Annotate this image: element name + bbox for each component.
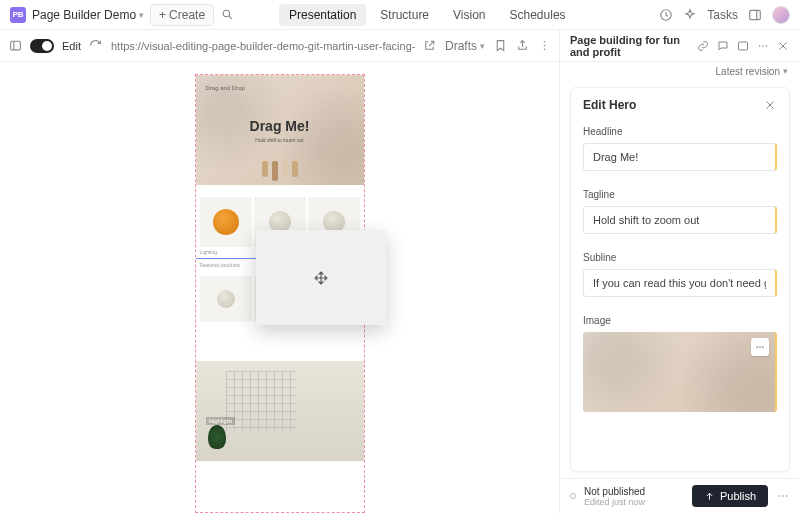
move-icon [314, 271, 328, 285]
create-button[interactable]: + Create [150, 4, 214, 26]
workspace-logo[interactable]: PB [10, 7, 26, 23]
tab-schedules[interactable]: Schedules [500, 4, 576, 26]
publish-label: Publish [720, 490, 756, 502]
workspace: Edit Drafts▾ Drag and Drop Drag Me! Hold… [0, 30, 800, 513]
tab-presentation[interactable]: Presentation [279, 4, 366, 26]
svg-point-18 [756, 346, 758, 348]
svg-rect-3 [750, 10, 761, 19]
svg-point-20 [762, 346, 764, 348]
close-icon[interactable] [763, 98, 777, 112]
wall-grid [226, 371, 296, 431]
headline-label: Headline [583, 126, 777, 137]
hero-subtitle: Hold shift to zoom out [255, 137, 303, 143]
svg-point-7 [543, 41, 545, 43]
user-avatar[interactable] [772, 6, 790, 24]
more-icon[interactable] [537, 39, 551, 53]
highlight-block[interactable]: Highlight [196, 361, 364, 461]
hero-block[interactable]: Drag and Drop Drag Me! Hold shift to zoo… [196, 75, 364, 185]
hero-tag: Drag and Drop [206, 85, 245, 91]
more-icon[interactable] [776, 489, 790, 503]
revision-label: Latest revision [716, 66, 780, 77]
inspector-pane: Page building for fun and profit Latest … [560, 30, 800, 513]
svg-point-0 [223, 10, 230, 17]
share-icon[interactable] [515, 39, 529, 53]
chevron-down-icon: ▾ [783, 66, 788, 77]
canvas[interactable]: Drag and Drop Drag Me! Hold shift to zoo… [0, 62, 559, 513]
tagline-label: Tagline [583, 189, 777, 200]
publish-icon [704, 491, 715, 502]
panel-left-icon[interactable] [8, 39, 22, 53]
svg-point-12 [762, 45, 764, 47]
edit-label: Edit [62, 40, 81, 52]
plant-graphic [208, 425, 226, 449]
more-icon[interactable] [756, 39, 770, 53]
drag-ghost[interactable] [256, 230, 386, 325]
svg-rect-5 [10, 41, 20, 50]
publish-bar: Not published Edited just now Publish [560, 478, 800, 513]
sparkle-icon[interactable] [683, 8, 697, 22]
revision-dropdown[interactable]: Latest revision ▾ [560, 62, 800, 81]
drafts-label: Drafts [445, 39, 477, 53]
sidebar-toggle-icon[interactable] [748, 8, 762, 22]
headline-input[interactable] [583, 143, 777, 171]
svg-point-11 [759, 45, 761, 47]
field-editor-panel: Edit Hero Headline Tagline Subline Image [570, 87, 790, 472]
svg-point-19 [759, 346, 761, 348]
chevron-down-icon: ▾ [139, 10, 144, 20]
svg-point-13 [766, 45, 768, 47]
project-name-label: Page Builder Demo [32, 8, 136, 22]
status-text-group: Not published Edited just now [584, 486, 645, 507]
image-bg [583, 332, 775, 412]
hero-title: Drag Me! [250, 118, 310, 134]
open-external-icon[interactable] [423, 39, 437, 53]
svg-rect-10 [739, 42, 748, 50]
panel-title: Edit Hero [583, 98, 636, 112]
tagline-input[interactable] [583, 206, 777, 234]
svg-point-22 [782, 495, 784, 497]
top-bar: PB Page Builder Demo ▾ + Create Presenta… [0, 0, 800, 30]
tab-structure[interactable]: Structure [370, 4, 439, 26]
drafts-dropdown[interactable]: Drafts▾ [445, 39, 485, 53]
topbar-right: Tasks [659, 6, 790, 24]
image-menu-button[interactable] [751, 338, 769, 356]
panel-icon[interactable] [736, 39, 750, 53]
edit-toggle[interactable] [30, 39, 54, 53]
plus-icon: + [159, 8, 166, 22]
subline-input[interactable] [583, 269, 777, 297]
nav-tabs: Presentation Structure Vision Schedules [279, 4, 576, 26]
svg-point-9 [543, 48, 545, 50]
chevron-down-icon: ▾ [480, 41, 485, 51]
comment-icon[interactable] [716, 39, 730, 53]
subline-label: Subline [583, 252, 777, 263]
tasks-link[interactable]: Tasks [707, 8, 738, 22]
publish-button[interactable]: Publish [692, 485, 768, 507]
bookmark-icon[interactable] [493, 39, 507, 53]
preview-pane: Edit Drafts▾ Drag and Drop Drag Me! Hold… [0, 30, 560, 513]
image-label: Image [583, 315, 777, 326]
svg-point-23 [786, 495, 788, 497]
url-bar: Edit Drafts▾ [0, 30, 559, 62]
create-label: Create [169, 8, 205, 22]
svg-point-21 [779, 495, 781, 497]
svg-point-8 [543, 45, 545, 47]
search-icon[interactable] [220, 8, 234, 22]
edited-label: Edited just now [584, 497, 645, 507]
url-input[interactable] [111, 40, 415, 52]
status-label: Not published [584, 486, 645, 497]
page-frame: Drag and Drop Drag Me! Hold shift to zoo… [195, 74, 365, 513]
inspector-header: Page building for fun and profit [560, 30, 800, 62]
status-indicator [570, 493, 576, 499]
svg-line-1 [229, 16, 232, 19]
link-icon[interactable] [696, 39, 710, 53]
hero-products [262, 161, 298, 181]
document-title: Page building for fun and profit [570, 34, 688, 58]
refresh-icon[interactable] [89, 39, 103, 53]
inspector-actions [696, 39, 790, 53]
highlight-label: Highlight [206, 417, 235, 425]
clock-icon[interactable] [659, 8, 673, 22]
close-icon[interactable] [776, 39, 790, 53]
image-preview[interactable] [583, 332, 777, 412]
project-switcher[interactable]: Page Builder Demo ▾ [32, 8, 144, 22]
tab-vision[interactable]: Vision [443, 4, 495, 26]
